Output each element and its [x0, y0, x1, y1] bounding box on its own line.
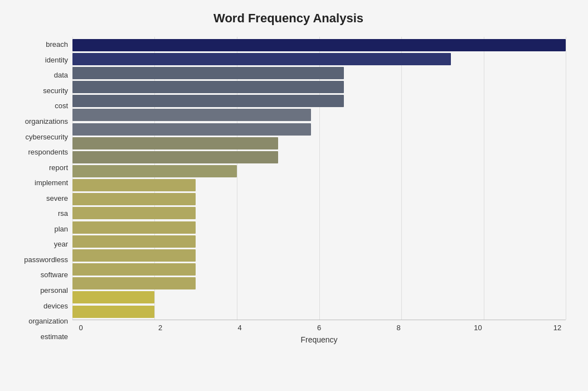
bar-row-report — [72, 150, 566, 164]
x-tick-1: 2 — [152, 324, 169, 332]
bar-cybersecurity — [72, 123, 311, 136]
bar-organization — [72, 291, 154, 303]
y-label-implement: implement — [35, 179, 68, 186]
y-axis-labels: breachidentitydatasecuritycostorganizati… — [11, 37, 72, 344]
grid-line-6 — [566, 37, 566, 320]
y-label-severe: severe — [46, 195, 68, 202]
bar-row-identity — [72, 52, 566, 66]
y-label-year: year — [54, 240, 68, 248]
bar-devices — [72, 277, 196, 289]
bar-identity — [72, 53, 451, 65]
bar-report — [72, 151, 278, 163]
y-label-software: software — [41, 271, 68, 278]
bar-row-implement — [72, 164, 566, 178]
y-label-rsa: rsa — [58, 210, 68, 217]
bar-row-plan — [72, 206, 566, 220]
x-tick-5: 10 — [470, 324, 487, 332]
bar-security — [72, 81, 344, 93]
bar-rsa — [72, 193, 196, 205]
y-label-cybersecurity: cybersecurity — [25, 133, 68, 141]
bar-row-severe — [72, 178, 566, 192]
bar-plan — [72, 207, 196, 219]
bar-passwordless — [72, 235, 196, 248]
bar-row-estimate — [72, 305, 566, 318]
bar-row-passwordless — [72, 234, 566, 248]
y-label-estimate: estimate — [41, 333, 68, 340]
y-label-report: report — [49, 164, 68, 171]
y-label-plan: plan — [54, 225, 68, 233]
bar-estimate — [72, 306, 154, 318]
bar-row-personal — [72, 263, 566, 277]
x-tick-3: 6 — [311, 324, 328, 332]
bar-row-data — [72, 66, 566, 80]
x-tick-0: 0 — [72, 324, 89, 332]
x-axis: 024681012 — [72, 320, 566, 332]
y-label-security: security — [43, 87, 68, 94]
bar-row-rsa — [72, 192, 566, 206]
x-tick-4: 8 — [390, 324, 407, 332]
bar-cost — [72, 95, 344, 107]
bars-area — [72, 37, 566, 320]
bar-implement — [72, 165, 237, 177]
bar-severe — [72, 179, 196, 191]
y-label-identity: identity — [45, 56, 68, 64]
y-label-data: data — [54, 71, 68, 79]
bar-organizations — [72, 109, 311, 121]
x-axis-label: Frequency — [72, 335, 566, 344]
bar-row-cost — [72, 94, 566, 108]
y-label-breach: breach — [46, 41, 68, 48]
bar-personal — [72, 263, 196, 276]
bar-year — [72, 221, 196, 234]
bars-and-xaxis: 024681012 Frequency — [72, 37, 566, 344]
chart-title: Word Frequency Analysis — [11, 11, 566, 26]
bar-breach — [72, 39, 566, 51]
bars-inner — [72, 37, 566, 320]
bar-row-year — [72, 220, 566, 234]
chart-container: Word Frequency Analysis breachidentityda… — [0, 0, 588, 391]
bar-row-security — [72, 80, 566, 94]
y-label-organization: organization — [28, 317, 68, 325]
x-tick-6: 12 — [549, 324, 566, 332]
bar-software — [72, 249, 196, 262]
y-label-personal: personal — [40, 287, 68, 294]
bar-row-organization — [72, 291, 566, 305]
x-tick-2: 4 — [231, 324, 248, 332]
bar-row-cybersecurity — [72, 122, 566, 136]
y-label-respondents: respondents — [28, 148, 68, 156]
bar-row-breach — [72, 38, 566, 52]
chart-area: breachidentitydatasecuritycostorganizati… — [11, 37, 566, 344]
y-label-passwordless: passwordless — [24, 256, 68, 263]
y-label-cost: cost — [55, 102, 68, 109]
bar-row-devices — [72, 277, 566, 291]
bar-respondents — [72, 137, 278, 149]
bar-row-respondents — [72, 136, 566, 150]
bar-row-software — [72, 248, 566, 262]
bar-row-organizations — [72, 108, 566, 122]
y-label-organizations: organizations — [25, 118, 68, 125]
y-label-devices: devices — [43, 302, 68, 310]
bar-data — [72, 67, 344, 79]
